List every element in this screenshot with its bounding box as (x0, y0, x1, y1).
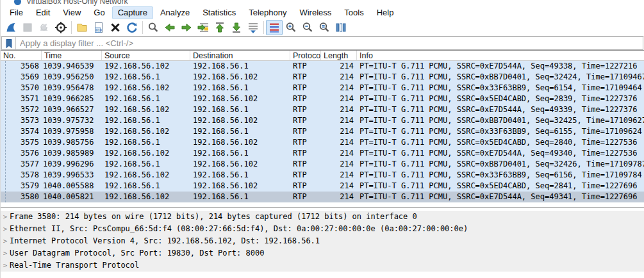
cell-destination: 192.168.56.102 (190, 159, 290, 170)
cell-info: PT=ITU-T G.711 PCMU, SSRC=0x33F63BB9, Se… (357, 126, 644, 137)
cell-info: PT=ITU-T G.711 PCMU, SSRC=0xBB7D0401, Se… (357, 72, 644, 83)
menu-item-view[interactable]: View (57, 6, 87, 19)
packet-row-3575[interactable]: 3575 1039.985756 192.168.56.1 192.168.56… (1, 137, 644, 148)
start-capture-button[interactable] (3, 20, 19, 35)
cell-length: 214 (321, 170, 357, 181)
cell-no: 3576 (1, 148, 42, 159)
menu-item-statistics[interactable]: Statistics (197, 6, 242, 19)
detail-line-4[interactable]: > Real-Time Transport Protocol (1, 259, 644, 272)
resize-columns-icon (334, 21, 347, 34)
go-back-button[interactable] (161, 20, 178, 35)
zoom-reset-button[interactable] (316, 20, 333, 35)
cell-destination: 192.168.56.1 (190, 126, 290, 137)
menu-item-tools[interactable]: Tools (338, 6, 369, 19)
packet-row-3576[interactable]: 3576 1039.985989 192.168.56.102 192.168.… (1, 148, 644, 159)
cell-time: 1039.985756 (42, 137, 102, 148)
menu-item-telephony[interactable]: Telephony (243, 6, 292, 19)
capture-options-button[interactable] (53, 20, 69, 35)
cell-destination: 192.168.56.102 (190, 115, 290, 126)
packet-row-3574[interactable]: 3574 1039.975958 192.168.56.102 192.168.… (1, 126, 644, 137)
expand-chevron-icon[interactable]: > (1, 235, 10, 247)
cell-time: 1040.005588 (42, 181, 102, 192)
svg-text:010: 010 (95, 28, 102, 32)
column-header-length[interactable]: Length (321, 51, 357, 60)
zoom-out-icon (301, 21, 314, 34)
go-first-packet-button[interactable] (211, 20, 228, 35)
display-filter-input[interactable] (16, 37, 643, 49)
colorize-packets-button[interactable] (266, 20, 283, 35)
menu-item-file[interactable]: File (4, 6, 29, 19)
menu-item-go[interactable]: Go (88, 6, 110, 19)
menu-item-capture[interactable]: Capture (112, 6, 153, 19)
column-header-no[interactable]: No. (1, 51, 42, 60)
find-packet-button[interactable] (145, 20, 161, 35)
go-to-packet-button[interactable] (195, 20, 211, 35)
cell-source: 192.168.56.102 (102, 61, 190, 72)
cell-no: 3574 (1, 126, 42, 137)
auto-scroll-button[interactable] (245, 20, 261, 35)
zoom-out-button[interactable] (299, 20, 316, 35)
cell-source: 192.168.56.1 (102, 115, 190, 126)
column-header-protocol[interactable]: Protocol (290, 51, 321, 60)
menu-item-analyze[interactable]: Analyze (154, 6, 195, 19)
cell-protocol: RTP (290, 148, 321, 159)
pane-splitter[interactable] (1, 202, 644, 207)
cell-length: 214 (321, 94, 357, 104)
cell-no: 3573 (1, 115, 42, 126)
cell-no: 3580 (1, 192, 42, 202)
stop-square-icon (21, 21, 34, 34)
column-header-info[interactable]: Info (357, 51, 644, 60)
menu-item-wireless[interactable]: Wireless (293, 6, 337, 19)
close-file-button[interactable] (107, 20, 124, 35)
open-file-button[interactable] (74, 20, 90, 35)
cell-length: 214 (321, 137, 357, 148)
column-header-destination[interactable]: Destination (190, 51, 290, 60)
packet-row-3579[interactable]: 3579 1040.005588 192.168.56.1 192.168.56… (1, 181, 644, 192)
detail-line-0[interactable]: > Frame 3580: 214 bytes on wire (1712 bi… (1, 211, 644, 223)
binary-file-icon: 010 (92, 21, 105, 34)
detail-line-1[interactable]: > Ethernet II, Src: PcsCompu_66:5d:f4 (0… (1, 223, 644, 235)
close-icon (109, 21, 122, 34)
packet-row-3577[interactable]: 3577 1039.996296 192.168.56.1 192.168.56… (1, 159, 644, 170)
go-last-packet-button[interactable] (228, 20, 245, 35)
cell-source: 192.168.56.1 (102, 137, 190, 148)
menu-item-edit[interactable]: Edit (30, 6, 56, 19)
packet-row-3568[interactable]: 3568 1039.946539 192.168.56.102 192.168.… (1, 61, 644, 72)
cell-time: 1039.996296 (42, 159, 102, 170)
detail-line-3[interactable]: > User Datagram Protocol, Src Port: 1983… (1, 247, 644, 259)
detail-line-2[interactable]: > Internet Protocol Version 4, Src: 192.… (1, 235, 644, 247)
packet-row-3572[interactable]: 3572 1039.966527 192.168.56.102 192.168.… (1, 104, 644, 115)
reload-button[interactable] (124, 20, 140, 35)
cell-info: PT=ITU-T G.711 PCMU, SSRC=0xE7D544A, Seq… (357, 104, 644, 115)
resize-columns-button[interactable] (333, 20, 349, 35)
cell-destination: 192.168.56.1 (190, 192, 290, 202)
column-header-time[interactable]: Time (42, 51, 102, 60)
cell-length: 214 (321, 61, 357, 72)
stop-capture-button[interactable] (19, 20, 36, 35)
wireshark-icon (14, 0, 21, 5)
expand-chevron-icon[interactable]: > (1, 259, 10, 272)
save-file-button[interactable]: 010 (90, 20, 107, 35)
go-forward-button[interactable] (178, 20, 195, 35)
column-header-source[interactable]: Source (102, 51, 190, 60)
packet-row-3573[interactable]: 3573 1039.975732 192.168.56.1 192.168.56… (1, 115, 644, 126)
expand-chevron-icon[interactable]: > (1, 211, 10, 223)
cell-protocol: RTP (290, 159, 321, 170)
filter-bookmark-button[interactable] (2, 37, 16, 49)
window-titlebar: VirtualBox Host-Only Network (1, 0, 644, 6)
packet-row-3580[interactable]: 3580 1040.005821 192.168.56.102 192.168.… (1, 192, 644, 202)
cell-source: 192.168.56.102 (102, 192, 190, 202)
arrow-down-bar-icon (230, 21, 243, 34)
zoom-in-button[interactable] (283, 20, 299, 35)
menu-item-help[interactable]: Help (371, 6, 400, 19)
cell-protocol: RTP (290, 192, 321, 202)
packet-row-3569[interactable]: 3569 1039.956250 192.168.56.1 192.168.56… (1, 72, 644, 83)
toolbar-separator (142, 21, 143, 34)
packet-row-3571[interactable]: 3571 1039.966285 192.168.56.1 192.168.56… (1, 94, 644, 104)
expand-chevron-icon[interactable]: > (1, 247, 10, 259)
packet-row-3578[interactable]: 3578 1039.996533 192.168.56.102 192.168.… (1, 170, 644, 181)
window-title: VirtualBox Host-Only Network (26, 0, 128, 6)
packet-row-3570[interactable]: 3570 1039.956478 192.168.56.102 192.168.… (1, 83, 644, 94)
restart-capture-button[interactable] (36, 20, 53, 35)
expand-chevron-icon[interactable]: > (1, 223, 10, 235)
